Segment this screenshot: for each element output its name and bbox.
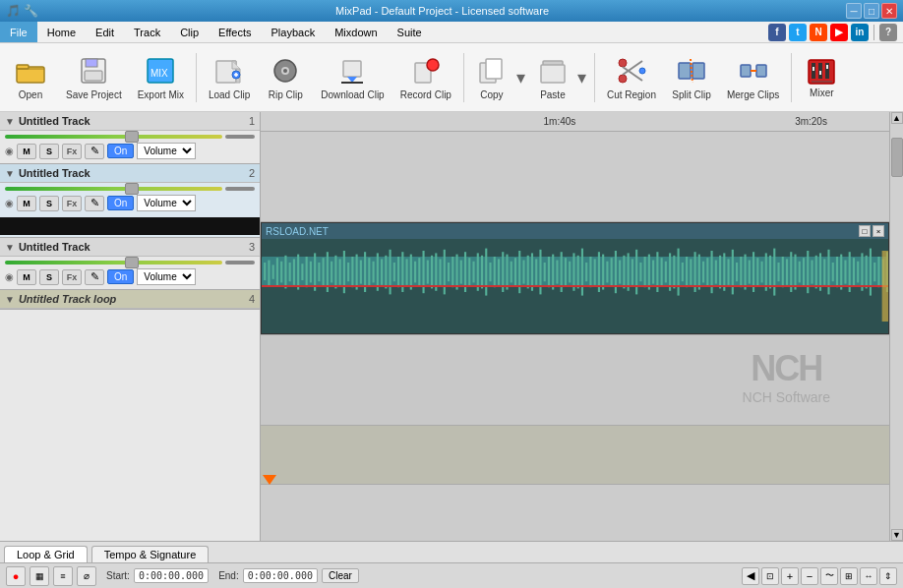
- scroll-down-arrow[interactable]: ▼: [891, 529, 903, 541]
- menu-playback[interactable]: Playback: [262, 22, 326, 42]
- track-3-pencil[interactable]: ✎: [85, 269, 104, 285]
- track-3-chevron[interactable]: ▼: [5, 242, 15, 253]
- zoom-more-btn[interactable]: ⊞: [840, 567, 858, 585]
- track-2-mute[interactable]: M: [17, 196, 36, 211]
- open-button[interactable]: Open: [4, 48, 57, 107]
- svg-rect-104: [539, 250, 541, 295]
- menu-suite[interactable]: Suite: [388, 22, 432, 42]
- merge-clips-button[interactable]: Merge Clips: [720, 48, 786, 107]
- clear-button[interactable]: Clear: [322, 568, 359, 583]
- waveform-track-3[interactable]: NCH NCH Software: [261, 335, 889, 426]
- track-3-mute[interactable]: M: [17, 269, 36, 285]
- help-icon[interactable]: ?: [879, 24, 897, 41]
- zoom-out-btn[interactable]: −: [801, 567, 818, 585]
- track-2-volume-select[interactable]: Volume: [137, 195, 196, 211]
- tab-loop-grid[interactable]: Loop & Grid: [4, 546, 88, 562]
- prev-btn[interactable]: ◀: [742, 567, 759, 585]
- svg-rect-39: [268, 261, 270, 286]
- record-clip-button[interactable]: Record Clip: [393, 48, 458, 107]
- paste-dropdown[interactable]: ▾: [577, 67, 589, 88]
- svg-rect-119: [602, 255, 604, 290]
- record-btn-small[interactable]: ●: [6, 566, 26, 586]
- list-btn[interactable]: ≡: [53, 566, 73, 586]
- menu-edit[interactable]: Edit: [86, 22, 124, 42]
- track-3-fader[interactable]: [5, 261, 255, 265]
- track-3-on[interactable]: On: [107, 269, 134, 284]
- clip-controls[interactable]: □ ×: [859, 225, 884, 237]
- scroll-up-arrow[interactable]: ▲: [891, 112, 903, 124]
- track-2-pencil[interactable]: ✎: [85, 196, 104, 211]
- svg-rect-4: [85, 71, 102, 81]
- nch-icon[interactable]: N: [810, 24, 827, 41]
- svg-rect-54: [331, 262, 332, 283]
- track-1-collapse[interactable]: ◉: [5, 146, 14, 156]
- menu-home[interactable]: Home: [37, 22, 86, 42]
- window-controls[interactable]: ─ □ ✕: [846, 3, 897, 19]
- cut-region-button[interactable]: Cut Region: [600, 48, 663, 107]
- track-3-volume-select[interactable]: Volume: [137, 268, 196, 285]
- split-clip-label: Split Clip: [672, 89, 710, 100]
- waveform-track-1[interactable]: [261, 132, 889, 222]
- waveform-btn[interactable]: 〜: [820, 567, 838, 585]
- paste-button[interactable]: Paste: [530, 48, 575, 107]
- split-clip-button[interactable]: Split Clip: [665, 48, 718, 107]
- time-marker-1: 1m:40s: [544, 116, 576, 127]
- menu-clip[interactable]: Clip: [170, 22, 209, 42]
- menu-file[interactable]: File: [0, 22, 37, 42]
- track-1-chevron[interactable]: ▼: [5, 116, 15, 127]
- magnet-btn[interactable]: ⌀: [77, 566, 96, 586]
- menu-track[interactable]: Track: [124, 22, 170, 42]
- rip-clip-button[interactable]: Rip Clip: [259, 48, 312, 107]
- track-1-fx[interactable]: Fx: [62, 144, 82, 159]
- track-1-volume-select[interactable]: Volume: [137, 143, 196, 159]
- track-3-solo[interactable]: S: [39, 269, 59, 285]
- scroll-left-btn[interactable]: ↔: [860, 567, 877, 585]
- twitter-icon[interactable]: t: [789, 24, 807, 41]
- clip-restore-btn[interactable]: □: [859, 225, 871, 237]
- track-2-collapse[interactable]: ◉: [5, 198, 14, 208]
- load-clip-button[interactable]: Load Clip: [202, 48, 257, 107]
- tab-tempo-signature[interactable]: Tempo & Signature: [91, 546, 210, 562]
- waveform-track-2[interactable]: RSLOAD.NET □ × .wave { fill: #3a9090; }: [261, 222, 889, 335]
- track-3-fx[interactable]: Fx: [62, 269, 82, 285]
- track-1-fader[interactable]: [5, 135, 255, 139]
- copy-button[interactable]: Copy: [469, 48, 514, 107]
- maximize-button[interactable]: □: [864, 3, 879, 19]
- clip-close-btn[interactable]: ×: [873, 225, 884, 237]
- scrollbar-thumb[interactable]: [891, 138, 903, 177]
- close-button[interactable]: ✕: [881, 3, 897, 19]
- track-1-on[interactable]: On: [107, 144, 134, 158]
- track-1-solo[interactable]: S: [39, 144, 59, 159]
- youtube-icon[interactable]: ▶: [830, 24, 848, 41]
- copy-dropdown[interactable]: ▾: [516, 67, 528, 88]
- menu-mixdown[interactable]: Mixdown: [325, 22, 387, 42]
- grid-btn[interactable]: ▦: [30, 566, 49, 586]
- zoom-in-btn[interactable]: +: [781, 567, 799, 585]
- linkedin-icon[interactable]: in: [851, 24, 869, 41]
- track-1-pencil[interactable]: ✎: [85, 144, 104, 159]
- facebook-icon[interactable]: f: [768, 24, 786, 41]
- open-icon: [15, 55, 46, 87]
- track-2-on[interactable]: On: [107, 196, 134, 210]
- minimize-button[interactable]: ─: [846, 3, 862, 19]
- track-1-mute[interactable]: M: [17, 144, 36, 159]
- open-label: Open: [19, 89, 42, 100]
- track-2-fader[interactable]: [5, 187, 255, 191]
- track-4-chevron[interactable]: ▼: [5, 294, 15, 305]
- track-2-solo[interactable]: S: [39, 196, 59, 211]
- track-2-chevron[interactable]: ▼: [5, 168, 15, 179]
- export-mix-button[interactable]: MIX Export Mix: [131, 48, 191, 107]
- menu-effects[interactable]: Effects: [209, 22, 261, 42]
- svg-rect-103: [535, 259, 537, 284]
- scroll-right-btn[interactable]: ⇕: [879, 567, 897, 585]
- track-2-fx[interactable]: Fx: [62, 196, 82, 211]
- mixer-button[interactable]: Mixer: [797, 48, 846, 107]
- vertical-scrollbar[interactable]: ▲ ▼: [889, 112, 903, 541]
- waveform-track-4[interactable]: [261, 426, 889, 485]
- zoom-fit-btn[interactable]: ⊡: [761, 567, 779, 585]
- clip-header: RSLOAD.NET □ ×: [262, 223, 888, 239]
- audio-clip[interactable]: RSLOAD.NET □ × .wave { fill: #3a9090; }: [261, 222, 889, 334]
- track-3-collapse[interactable]: ◉: [5, 271, 14, 282]
- save-project-button[interactable]: Save Project: [59, 48, 129, 107]
- download-clip-button[interactable]: Download Clip: [314, 48, 391, 107]
